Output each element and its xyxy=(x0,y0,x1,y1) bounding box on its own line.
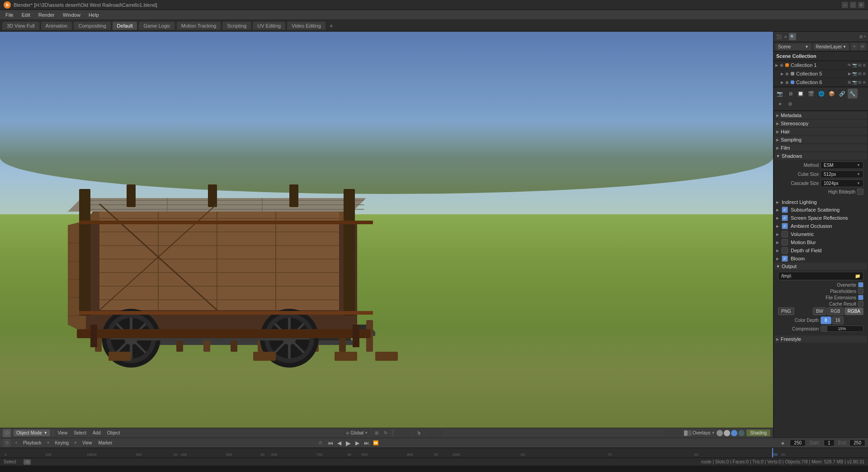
minimize-button[interactable]: ─ xyxy=(842,2,848,8)
mouse-icon[interactable]: 🖱 xyxy=(414,430,425,437)
sphere-3[interactable] xyxy=(731,430,737,436)
menu-file[interactable]: File xyxy=(2,11,17,19)
col1-render-icon[interactable]: 📷 xyxy=(852,63,857,67)
tab-videoediting[interactable]: Video Editing xyxy=(287,21,326,30)
output-path-field[interactable]: /tmp\ 📁 xyxy=(778,272,863,280)
rgb-button[interactable]: RGB xyxy=(827,307,844,315)
ssr-item[interactable]: ▶ Screen Space Reflections xyxy=(774,214,867,222)
metadata-header[interactable]: ▶ Metadata xyxy=(774,112,867,119)
film-header[interactable]: ▶ Film xyxy=(774,144,867,151)
scene-icon[interactable]: ⬛ xyxy=(775,33,783,40)
sampling-header[interactable]: ▶ Sampling xyxy=(774,136,867,143)
color-depth-8-button[interactable]: 8 xyxy=(821,316,831,324)
play-anim-button[interactable]: ⏩ xyxy=(372,439,379,447)
next-frame-button[interactable]: ▶ xyxy=(354,439,361,447)
viewport-mode-icon[interactable]: ⬡ xyxy=(3,429,11,437)
window-controls[interactable]: ─ □ ✕ xyxy=(842,2,864,8)
renderlayer-dropdown[interactable]: RenderLayer▼ xyxy=(813,43,849,50)
color-depth-16-button[interactable]: 16 xyxy=(832,316,844,324)
stereoscopy-header[interactable]: ▶ Stereoscopy xyxy=(774,120,867,127)
tab-default[interactable]: Default xyxy=(112,21,138,30)
key-frame-button[interactable]: ◆ xyxy=(779,439,786,447)
scene-props-icon[interactable]: 🎬 xyxy=(806,89,816,99)
volumetric-item[interactable]: ▶ Volumetric xyxy=(774,230,867,238)
select-menu[interactable]: Select xyxy=(72,430,88,436)
viewport-right-2[interactable] xyxy=(674,429,682,437)
highbitdepth-checkbox[interactable] xyxy=(857,189,863,195)
overlays-button[interactable]: Overlays ▼ xyxy=(684,430,715,436)
motionblur-checkbox[interactable] xyxy=(782,239,788,245)
collection-5-item[interactable]: ▶ ◉ Collection 5 ▶ 📷 ⊞ ⊕ xyxy=(774,70,868,78)
col5-more-icon[interactable]: ⊕ xyxy=(863,71,866,76)
sphere-2[interactable] xyxy=(724,430,730,436)
compression-bar[interactable]: 15% xyxy=(821,326,863,332)
object-mode-dropdown[interactable]: Object Mode ▼ xyxy=(14,430,50,436)
viewport-right-1[interactable] xyxy=(665,429,673,437)
end-frame-field[interactable]: 250 xyxy=(849,439,865,446)
tab-motiontracking[interactable]: Motion Tracking xyxy=(176,21,222,30)
world-props-icon[interactable]: 🌐 xyxy=(816,89,826,99)
rgba-button[interactable]: RGBA xyxy=(844,307,863,315)
menu-render[interactable]: Render xyxy=(35,11,58,19)
col6-render-icon[interactable]: 📷 xyxy=(852,80,857,85)
collection-1-item[interactable]: ▶ ◉ Collection 1 👁 📷 ⊞ ⊕ xyxy=(774,61,868,70)
physics-icon[interactable]: ⚙ xyxy=(785,99,795,109)
output-header[interactable]: ▼ Output xyxy=(774,263,867,270)
subsurface-checkbox[interactable] xyxy=(782,207,788,213)
col5-expand-icon[interactable]: ⊞ xyxy=(858,71,862,76)
x-icon[interactable] xyxy=(427,430,434,437)
ssr-checkbox[interactable] xyxy=(782,215,788,221)
timeline-toggle[interactable]: ▼ xyxy=(14,441,18,445)
format-png-button[interactable]: PNG xyxy=(778,307,794,315)
tab-compositing[interactable]: Compositing xyxy=(73,21,111,30)
col5-render-icon[interactable]: 📷 xyxy=(852,71,857,76)
view-menu[interactable]: View xyxy=(56,430,70,436)
snap-icon[interactable] xyxy=(396,430,403,437)
keying-menu[interactable]: Keying xyxy=(53,440,70,446)
global-dropdown[interactable]: ⊕ Global ▼ xyxy=(344,430,370,436)
hair-header[interactable]: ▶ Hair xyxy=(774,128,867,135)
ao-checkbox[interactable] xyxy=(782,223,788,229)
remove-scene-button[interactable]: ✕ xyxy=(859,43,866,50)
shadows-cube-dropdown[interactable]: 512px ▼ xyxy=(821,170,863,178)
tab-uvediting[interactable]: UV Editing xyxy=(252,21,286,30)
add-menu[interactable]: Add xyxy=(91,430,103,436)
col1-restrict-icon[interactable]: 👁 xyxy=(847,63,851,67)
dof-item[interactable]: ▶ Depth of Field xyxy=(774,246,867,255)
y-icon[interactable] xyxy=(435,430,443,437)
view-layer-icon[interactable]: 🔲 xyxy=(796,89,806,99)
output-props-icon[interactable]: 🖥 xyxy=(785,89,795,99)
search-icon[interactable]: 🔍 xyxy=(789,33,796,40)
add-scene-button[interactable]: + xyxy=(851,43,858,50)
bloom-checkbox[interactable] xyxy=(782,255,788,262)
close-button[interactable]: ✕ xyxy=(858,2,864,8)
object-props-icon[interactable]: 📦 xyxy=(827,89,837,99)
start-frame-field[interactable]: 1 xyxy=(824,439,835,446)
tab-animation[interactable]: Animation xyxy=(41,21,73,30)
scene-dropdown[interactable]: Scene▼ xyxy=(775,43,811,50)
proportional-icon[interactable] xyxy=(404,430,411,437)
col1-more-icon[interactable]: ⊕ xyxy=(863,63,866,67)
render-props-icon[interactable]: 📷 xyxy=(775,89,785,99)
modifier-icon[interactable]: 🔧 xyxy=(848,89,858,99)
indirect-lighting-item[interactable]: ▶ Indirect Lighting xyxy=(774,198,867,206)
col6-expand-icon[interactable]: ⊞ xyxy=(858,80,862,85)
current-frame-field[interactable]: 250 xyxy=(790,439,806,446)
add-icon[interactable]: + xyxy=(864,34,866,39)
shadows-header[interactable]: ▼ Shadows xyxy=(774,152,867,160)
overwrite-checkbox[interactable] xyxy=(858,282,863,288)
collection-6-item[interactable]: ▶ ◉ Collection 6 ⊞ 📷 ⊞ ⊕ xyxy=(774,78,868,87)
bloom-item[interactable]: ▶ Bloom xyxy=(774,255,867,263)
transform-icon-1[interactable]: ⊞ xyxy=(373,429,381,437)
freestyle-header[interactable]: ▶ Freestyle xyxy=(774,335,867,343)
marker-menu[interactable]: Marker xyxy=(97,440,113,446)
constraints-icon[interactable]: 🔗 xyxy=(837,89,847,99)
menu-help[interactable]: Help xyxy=(85,11,103,19)
col6-more-icon[interactable]: ⊕ xyxy=(863,80,866,85)
col1-expand-icon[interactable]: ⊞ xyxy=(858,63,862,67)
jump-start-button[interactable]: ⏮ xyxy=(327,439,334,447)
col6-texture-icon[interactable]: ⊞ xyxy=(848,80,851,85)
maximize-button[interactable]: □ xyxy=(850,2,856,8)
tab-3dview[interactable]: 3D View Full xyxy=(2,21,40,30)
timeline-icon[interactable]: ⏱ xyxy=(3,439,11,447)
